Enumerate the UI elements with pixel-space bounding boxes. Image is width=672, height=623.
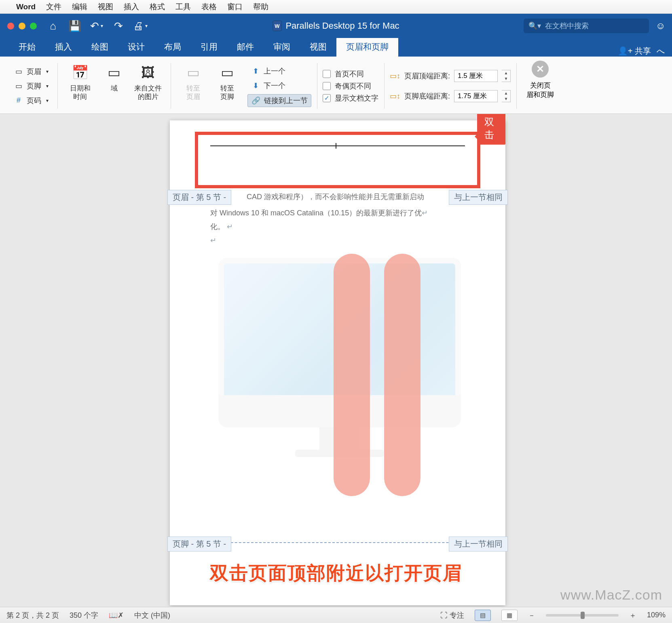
goto-footer-button[interactable]: ▭ 转至 页脚: [210, 61, 244, 111]
focus-mode-button[interactable]: ⛶ 专注: [440, 610, 464, 620]
footer-distance-icon: ▭↕: [390, 92, 400, 101]
menubar-app-name[interactable]: Word: [16, 2, 36, 11]
ribbon: ▭页眉▾ ▭页脚▾ #页码▾ 📅 日期和 时间 ▭ 域 🖼 来自文件 的图片 ▭…: [0, 57, 672, 114]
window-minimize-icon[interactable]: [19, 23, 25, 29]
arrow-down-icon: ⬇: [251, 81, 260, 91]
body-text-line-3: 化。 ↵: [210, 221, 233, 233]
calendar-icon: 📅: [71, 63, 89, 82]
window-close-icon[interactable]: [7, 23, 14, 29]
menu-insert[interactable]: 插入: [124, 2, 139, 12]
print-icon[interactable]: 🖨▾: [133, 19, 148, 33]
collapse-ribbon-icon[interactable]: へ: [657, 46, 665, 57]
account-icon[interactable]: ☺: [655, 20, 666, 32]
print-layout-view-icon[interactable]: ▤: [475, 610, 491, 621]
header-section-tag: 页眉 - 第 5 节 -: [167, 190, 231, 205]
footer-distance-stepper[interactable]: ▲▼: [502, 90, 511, 102]
menu-table[interactable]: 表格: [201, 2, 217, 12]
tab-home[interactable]: 开始: [9, 37, 45, 57]
tab-design[interactable]: 设计: [118, 37, 154, 57]
tab-references[interactable]: 引用: [191, 37, 227, 57]
body-text-line-1: CAD 游戏和程序），而不会影响性能并且无需重新启动: [247, 191, 424, 203]
menu-file[interactable]: 文件: [46, 2, 61, 12]
quick-access-toolbar: ⌂ 💾 ↶▾ ↷ 🖨▾: [46, 19, 148, 33]
zoom-slider[interactable]: [546, 614, 619, 617]
tab-insert[interactable]: 插入: [45, 37, 82, 57]
site-watermark: www.MacZ.com: [560, 587, 662, 603]
tab-review[interactable]: 审阅: [264, 37, 300, 57]
parallels-logo-bar: [334, 254, 370, 496]
link-to-previous-button[interactable]: 🔗链接到上一节: [247, 94, 311, 107]
group-options: 首页不同 奇偶页不同 ✓显示文档文字: [317, 61, 384, 111]
annotation-highlight: [195, 132, 480, 188]
menu-help[interactable]: 帮助: [253, 2, 268, 12]
goto-footer-icon: ▭: [218, 63, 237, 82]
group-navigation: ▭ 转至 页眉 ▭ 转至 页脚 ⬆上一个 ⬇下一个 🔗链接到上一节: [171, 61, 317, 111]
next-button[interactable]: ⬇下一个: [247, 80, 311, 92]
goto-header-icon: ▭: [184, 63, 203, 82]
show-document-text-checkbox[interactable]: ✓显示文档文字: [323, 93, 378, 103]
status-words[interactable]: 350 个字: [70, 610, 98, 620]
link-icon: 🔗: [251, 96, 261, 105]
header-from-top: ▭↕ 页眉顶端距离: 1.5 厘米 ▲▼: [390, 70, 511, 82]
tab-header-footer[interactable]: 页眉和页脚: [336, 37, 398, 57]
menu-tools[interactable]: 工具: [175, 2, 191, 12]
menu-edit[interactable]: 编辑: [72, 2, 87, 12]
status-bar: 第 2 页，共 2 页 350 个字 📖✗ 中文 (中国) ⛶ 专注 ▤ ▦ －…: [0, 607, 672, 623]
page-number-button[interactable]: #页码▾: [11, 95, 52, 107]
pagenum-icon: #: [14, 96, 23, 105]
date-time-button[interactable]: 📅 日期和 时间: [63, 61, 97, 111]
tab-mailings[interactable]: 邮件: [227, 37, 264, 57]
arrow-up-icon: ⬆: [251, 66, 260, 76]
footer-distance-input[interactable]: 1.75 厘米: [454, 90, 498, 102]
macos-menubar: Word 文件 编辑 视图 插入 格式 工具 表格 窗口 帮助: [0, 0, 672, 14]
share-button[interactable]: 👤+ 共享: [618, 46, 651, 57]
footer-button[interactable]: ▭页脚▾: [11, 80, 52, 92]
tab-view[interactable]: 视图: [300, 37, 336, 57]
zoom-in-icon[interactable]: ＋: [629, 610, 636, 620]
field-icon: ▭: [105, 63, 123, 82]
group-insert: 📅 日期和 时间 ▭ 域 🖼 来自文件 的图片: [57, 61, 171, 111]
page[interactable]: 双击 页眉 - 第 5 节 - 与上一节相同 CAD 游戏和程序），而不会影响性…: [170, 120, 505, 605]
document-area[interactable]: 双击 页眉 - 第 5 节 - 与上一节相同 CAD 游戏和程序），而不会影响性…: [0, 114, 672, 607]
different-first-page-checkbox[interactable]: 首页不同: [323, 69, 378, 79]
paragraph-mark: ↵: [210, 234, 216, 247]
status-page[interactable]: 第 2 页，共 2 页: [6, 610, 59, 620]
picture-from-file-button[interactable]: 🖼 来自文件 的图片: [131, 61, 165, 111]
menu-format[interactable]: 格式: [150, 2, 165, 12]
field-button[interactable]: ▭ 域: [97, 61, 131, 111]
window-zoom-icon[interactable]: [30, 23, 37, 29]
word-file-icon: W: [273, 21, 281, 31]
header-distance-input[interactable]: 1.5 厘米: [454, 70, 498, 82]
zoom-out-icon[interactable]: －: [528, 610, 535, 620]
menu-view[interactable]: 视图: [98, 2, 113, 12]
header-distance-stepper[interactable]: ▲▼: [502, 70, 511, 82]
status-language[interactable]: 中文 (中国): [134, 610, 170, 620]
home-icon[interactable]: ⌂: [46, 19, 60, 33]
menu-window[interactable]: 窗口: [227, 2, 243, 12]
different-odd-even-checkbox[interactable]: 奇偶页不同: [323, 81, 378, 91]
previous-button[interactable]: ⬆上一个: [247, 65, 311, 77]
undo-icon[interactable]: ↶▾: [89, 19, 104, 33]
tab-draw[interactable]: 绘图: [82, 37, 118, 57]
annotation-caption: 双击页面顶部附近以打开页眉: [0, 561, 672, 586]
parallels-logo-bar: [384, 254, 421, 496]
search-icon: 🔍▾: [528, 21, 541, 30]
goto-header-button: ▭ 转至 页眉: [176, 61, 210, 111]
document-title: W Parallels Desktop 15 for Mac: [273, 21, 399, 31]
close-header-footer-button[interactable]: ✕ 关闭页 眉和页脚: [522, 61, 558, 111]
redo-icon[interactable]: ↷: [111, 19, 126, 33]
header-button[interactable]: ▭页眉▾: [11, 65, 52, 78]
close-icon: ✕: [532, 61, 549, 78]
ribbon-tabs: 开始 插入 绘图 设计 布局 引用 邮件 审阅 视图 页眉和页脚 👤+ 共享 へ: [0, 38, 672, 57]
web-layout-view-icon[interactable]: ▦: [501, 610, 518, 621]
status-spellcheck-icon[interactable]: 📖✗: [109, 611, 124, 620]
zoom-percent[interactable]: 109%: [647, 611, 666, 619]
header-icon: ▭: [14, 67, 23, 76]
save-icon[interactable]: 💾: [68, 19, 82, 33]
body-text-line-2: 对 Windows 10 和 macOS Catalina（10.15）的最新更…: [210, 207, 428, 219]
footer-from-bottom: ▭↕ 页脚底端距离: 1.75 厘米 ▲▼: [390, 90, 511, 102]
search-input[interactable]: 🔍▾ 在文档中搜索: [524, 19, 649, 33]
annotation-callout: 双击: [477, 114, 505, 145]
footer-same-as-previous-tag: 与上一节相同: [449, 537, 508, 551]
tab-layout[interactable]: 布局: [154, 37, 191, 57]
